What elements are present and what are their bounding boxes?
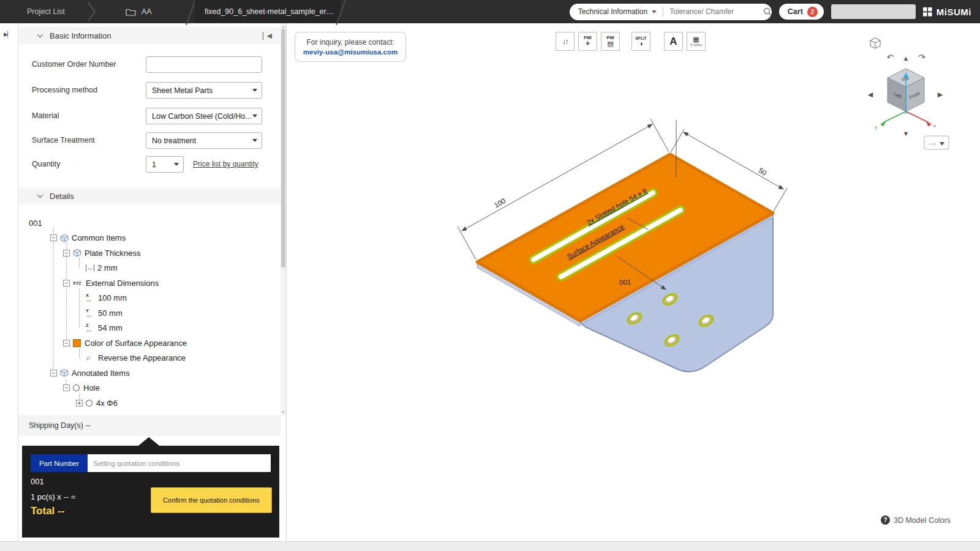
active-document-tab[interactable]: fixed_90_6_sheet-metal_sample_er… bbox=[195, 0, 341, 23]
cube-icon bbox=[73, 249, 81, 257]
chevron-down-icon bbox=[37, 192, 43, 198]
z-dimension-icon: Z↔ bbox=[86, 323, 96, 332]
collapse-sidebar-icon[interactable]: ▏◀ bbox=[263, 32, 271, 40]
tree-expander[interactable]: + bbox=[76, 400, 83, 407]
search-icon[interactable] bbox=[763, 7, 772, 16]
tree-item-plate-thickness[interactable]: − Plate Thickness bbox=[18, 246, 281, 261]
tree-expander[interactable]: − bbox=[63, 280, 70, 287]
tree-item-dim-x[interactable]: X↔ 100 mm bbox=[18, 291, 281, 306]
cart-count-badge: 2 bbox=[807, 7, 818, 17]
tree-item-annotated-items[interactable]: − Annotated Items bbox=[18, 365, 281, 381]
tree-item-root[interactable]: 001 bbox=[18, 216, 281, 231]
material-select[interactable]: Low Carbon Steel (Cold/Ho... bbox=[146, 108, 262, 124]
part-number-bar: Part Number Setting quotation conditions bbox=[31, 454, 271, 472]
flip-orientation-button[interactable]: ↓↑ bbox=[556, 32, 575, 51]
plus-icon: + bbox=[586, 40, 590, 47]
cart-button[interactable]: Cart 2 bbox=[779, 4, 824, 20]
quote-total: Total -- bbox=[31, 505, 64, 517]
quantity-label: Quantity bbox=[32, 156, 61, 173]
home-view-icon[interactable] bbox=[870, 38, 880, 48]
price-list-link[interactable]: Price list by quantity bbox=[193, 160, 258, 168]
inquiry-title: For inquiry, please contact: bbox=[306, 38, 394, 47]
tree-expander[interactable]: − bbox=[63, 384, 70, 391]
tree-item-surface-color[interactable]: − Color of Surface Appearance bbox=[18, 335, 281, 351]
processing-method-label: Processing method bbox=[32, 82, 97, 99]
surface-treatment-select[interactable]: No treatment bbox=[146, 132, 262, 149]
tree-item-hole[interactable]: − Hole bbox=[18, 381, 281, 396]
tree-item-common-items[interactable]: − Common Items bbox=[18, 231, 281, 246]
page-footer bbox=[0, 541, 980, 551]
tilt-down-icon[interactable]: ▼ bbox=[903, 130, 910, 137]
quantity-select[interactable]: 1 bbox=[146, 156, 184, 173]
tree-expander[interactable]: − bbox=[63, 340, 70, 347]
expand-panel-icon[interactable]: ▶▏ bbox=[4, 31, 18, 37]
tree-item-dim-y[interactable]: Y↔ 50 mm bbox=[18, 305, 281, 321]
tree-expander[interactable]: − bbox=[50, 370, 57, 377]
scrollbar-thumb[interactable] bbox=[281, 29, 285, 268]
tree-item-external-dimensions[interactable]: − XYZ External Dimensions bbox=[18, 276, 281, 291]
reverse-arrows-icon: ↓↑ bbox=[86, 354, 94, 361]
customer-order-input[interactable] bbox=[146, 56, 262, 73]
cube-icon bbox=[60, 234, 69, 242]
updown-arrows-icon: ↓↑ bbox=[562, 37, 568, 45]
pan-right-icon[interactable]: ▶ bbox=[938, 91, 943, 98]
model-colors-label: 3D Model Colors bbox=[894, 516, 951, 525]
surface-treatment-label: Surface Treatment bbox=[32, 132, 95, 149]
chevron-down-icon bbox=[252, 114, 257, 118]
tree-item-dim-z[interactable]: Z↔ 54 mm bbox=[18, 321, 281, 336]
cube-icon bbox=[60, 369, 69, 377]
tilt-up-icon[interactable]: ▲ bbox=[903, 54, 910, 62]
part-tag[interactable]: 001 bbox=[619, 279, 631, 286]
customer-order-label: Customer Order Number bbox=[32, 56, 116, 73]
chevron-down-icon bbox=[37, 32, 43, 38]
misumi-grid-icon bbox=[923, 7, 932, 17]
tree-expander[interactable]: − bbox=[63, 250, 70, 257]
rotate-right-icon[interactable]: ↷ bbox=[919, 53, 926, 62]
y-dimension-icon: Y↔ bbox=[86, 309, 96, 318]
chevron-down-icon bbox=[174, 163, 179, 166]
scroll-down-icon[interactable]: ▼ bbox=[281, 410, 286, 414]
view-options-button[interactable]: … bbox=[924, 136, 949, 149]
table-icon: ▤ bbox=[607, 40, 613, 47]
quote-quantity-line: 1 pc(s) x -- = bbox=[31, 492, 75, 501]
tree-item-reverse-appearance[interactable]: ↓↑ Reverse the Appearance bbox=[18, 351, 281, 366]
technical-information-dropdown[interactable]: Technical Information bbox=[570, 7, 663, 16]
quotation-conditions-field[interactable]: Setting quotation conditions bbox=[88, 454, 271, 472]
xyz-icon: XYZ bbox=[73, 281, 84, 285]
shipping-days: Shipping Day(s) -- bbox=[18, 415, 281, 436]
pan-left-icon[interactable]: ◀ bbox=[868, 91, 873, 98]
processing-method-select[interactable]: Sheet Metal Parts bbox=[146, 82, 262, 99]
folder-name: AA bbox=[141, 7, 152, 16]
folder-tab[interactable]: AA bbox=[126, 0, 152, 23]
basic-information-header[interactable]: Basic Information ▏◀ bbox=[18, 27, 281, 44]
six-views-button[interactable]: ▦ 6 views bbox=[687, 32, 706, 51]
account-button[interactable] bbox=[831, 4, 916, 19]
tree-expander[interactable]: − bbox=[50, 234, 57, 241]
brand-name: MiSUMi bbox=[937, 7, 971, 17]
width-arrow-icon: ↔ bbox=[86, 264, 94, 271]
search-input[interactable] bbox=[663, 7, 763, 16]
tree-item-hole-4x-d6[interactable]: + 4x Φ6 bbox=[18, 395, 281, 411]
annotation-text-button[interactable]: A bbox=[664, 32, 683, 51]
view-navigator: ↶ ▲ ↷ ◀ ▶ ▼ Top Left Front x bbox=[820, 28, 979, 157]
x-axis-label: x bbox=[933, 123, 936, 129]
pmi-table-button[interactable]: PMI ▤ bbox=[601, 32, 620, 51]
inquiry-box: For inquiry, please contact: meviy-usa@m… bbox=[295, 32, 406, 62]
part-number-button[interactable]: Part Number bbox=[31, 454, 88, 472]
pmi-add-button[interactable]: PMI + bbox=[578, 32, 597, 51]
search-group: Technical Information bbox=[570, 4, 772, 20]
split-button[interactable]: SPLIT ◑ bbox=[631, 32, 650, 51]
breadcrumb-project-list[interactable]: Project List bbox=[27, 0, 65, 23]
confirm-quotation-button[interactable]: Confirm the quotation conditions bbox=[151, 487, 272, 513]
tree-item-thickness-value[interactable]: ↔ 2 mm bbox=[18, 261, 281, 276]
folder-icon bbox=[126, 8, 136, 16]
model-colors-help[interactable]: ? 3D Model Colors bbox=[881, 515, 951, 525]
rotate-left-icon[interactable]: ↶ bbox=[887, 53, 894, 62]
details-header[interactable]: Details bbox=[18, 187, 281, 204]
quotation-panel: Part Number Setting quotation conditions… bbox=[22, 446, 279, 538]
quote-item-id: 001 bbox=[31, 477, 44, 486]
help-icon: ? bbox=[881, 515, 890, 525]
sidebar-scrollbar[interactable]: ▲ ▼ bbox=[281, 23, 286, 415]
inquiry-email-link[interactable]: meviy-usa@misumiusa.com bbox=[303, 48, 398, 56]
scroll-up-icon[interactable]: ▲ bbox=[281, 24, 286, 28]
